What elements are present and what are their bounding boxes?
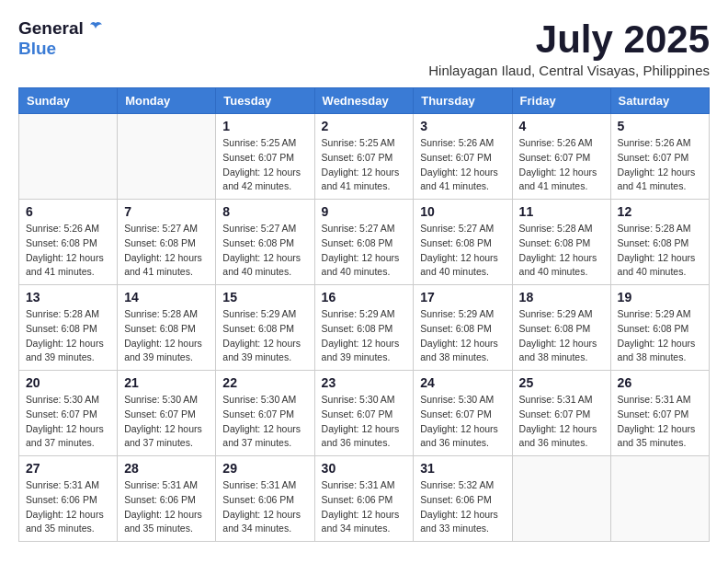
day-number: 1	[222, 119, 307, 133]
calendar-cell: 26Sunrise: 5:31 AM Sunset: 6:07 PM Dayli…	[610, 371, 709, 456]
day-number: 25	[519, 375, 604, 390]
day-detail: Sunrise: 5:25 AM Sunset: 6:07 PM Dayligh…	[322, 136, 407, 194]
day-number: 2	[322, 119, 407, 133]
day-number: 18	[519, 290, 604, 304]
logo-bird-icon	[87, 20, 104, 37]
calendar-week-row: 1Sunrise: 5:25 AM Sunset: 6:07 PM Daylig…	[19, 114, 710, 200]
day-number: 5	[618, 119, 702, 133]
day-detail: Sunrise: 5:26 AM Sunset: 6:08 PM Dayligh…	[26, 222, 110, 280]
day-number: 3	[420, 119, 505, 133]
calendar-cell: 18Sunrise: 5:29 AM Sunset: 6:08 PM Dayli…	[512, 285, 610, 371]
day-number: 11	[519, 204, 604, 219]
calendar-cell: 7Sunrise: 5:27 AM Sunset: 6:08 PM Daylig…	[118, 200, 216, 285]
weekday-header-row: SundayMondayTuesdayWednesdayThursdayFrid…	[19, 88, 710, 114]
weekday-header: Tuesday	[216, 88, 314, 114]
page-header: General Blue July 2025 Hinlayagan Ilaud,…	[18, 18, 710, 78]
day-number: 27	[26, 461, 110, 476]
day-detail: Sunrise: 5:29 AM Sunset: 6:08 PM Dayligh…	[618, 307, 702, 365]
day-number: 21	[124, 375, 209, 390]
calendar-cell: 25Sunrise: 5:31 AM Sunset: 6:07 PM Dayli…	[512, 371, 610, 456]
calendar-cell: 21Sunrise: 5:30 AM Sunset: 6:07 PM Dayli…	[118, 371, 216, 456]
day-detail: Sunrise: 5:32 AM Sunset: 6:06 PM Dayligh…	[420, 478, 505, 536]
day-number: 29	[222, 461, 307, 476]
calendar-cell: 10Sunrise: 5:27 AM Sunset: 6:08 PM Dayli…	[414, 200, 512, 285]
calendar-cell: 14Sunrise: 5:28 AM Sunset: 6:08 PM Dayli…	[118, 285, 216, 371]
calendar-cell	[610, 456, 709, 542]
day-number: 30	[322, 461, 407, 476]
day-number: 24	[420, 375, 505, 390]
day-detail: Sunrise: 5:30 AM Sunset: 6:07 PM Dayligh…	[26, 393, 110, 451]
calendar-cell: 24Sunrise: 5:30 AM Sunset: 6:07 PM Dayli…	[414, 371, 512, 456]
day-detail: Sunrise: 5:27 AM Sunset: 6:08 PM Dayligh…	[124, 222, 209, 280]
logo-general: General	[18, 18, 84, 39]
calendar-cell: 13Sunrise: 5:28 AM Sunset: 6:08 PM Dayli…	[19, 285, 118, 371]
calendar-cell: 11Sunrise: 5:28 AM Sunset: 6:08 PM Dayli…	[512, 200, 610, 285]
day-detail: Sunrise: 5:28 AM Sunset: 6:08 PM Dayligh…	[519, 222, 604, 280]
day-number: 12	[618, 204, 702, 219]
weekday-header: Wednesday	[314, 88, 414, 114]
weekday-header: Friday	[512, 88, 610, 114]
calendar-table: SundayMondayTuesdayWednesdayThursdayFrid…	[18, 87, 710, 542]
calendar-cell: 9Sunrise: 5:27 AM Sunset: 6:08 PM Daylig…	[314, 200, 414, 285]
day-number: 9	[322, 204, 407, 219]
calendar-cell: 29Sunrise: 5:31 AM Sunset: 6:06 PM Dayli…	[216, 456, 314, 542]
calendar-cell: 6Sunrise: 5:26 AM Sunset: 6:08 PM Daylig…	[19, 200, 118, 285]
weekday-header: Thursday	[414, 88, 512, 114]
weekday-header: Sunday	[19, 88, 118, 114]
logo: General Blue	[18, 18, 104, 59]
day-detail: Sunrise: 5:28 AM Sunset: 6:08 PM Dayligh…	[124, 307, 209, 365]
day-number: 22	[222, 375, 307, 390]
day-number: 31	[420, 461, 505, 476]
calendar-cell	[118, 114, 216, 200]
calendar-cell: 12Sunrise: 5:28 AM Sunset: 6:08 PM Dayli…	[610, 200, 709, 285]
day-detail: Sunrise: 5:30 AM Sunset: 6:07 PM Dayligh…	[322, 393, 407, 451]
calendar-cell	[512, 456, 610, 542]
calendar-cell: 15Sunrise: 5:29 AM Sunset: 6:08 PM Dayli…	[216, 285, 314, 371]
calendar-cell: 19Sunrise: 5:29 AM Sunset: 6:08 PM Dayli…	[610, 285, 709, 371]
day-detail: Sunrise: 5:30 AM Sunset: 6:07 PM Dayligh…	[222, 393, 307, 451]
weekday-header: Saturday	[610, 88, 709, 114]
day-detail: Sunrise: 5:31 AM Sunset: 6:06 PM Dayligh…	[222, 478, 307, 536]
day-detail: Sunrise: 5:31 AM Sunset: 6:07 PM Dayligh…	[618, 393, 702, 451]
day-detail: Sunrise: 5:26 AM Sunset: 6:07 PM Dayligh…	[618, 136, 702, 194]
calendar-cell: 30Sunrise: 5:31 AM Sunset: 6:06 PM Dayli…	[314, 456, 414, 542]
day-detail: Sunrise: 5:31 AM Sunset: 6:06 PM Dayligh…	[26, 478, 110, 536]
location-subtitle: Hinlayagan Ilaud, Central Visayas, Phili…	[428, 63, 710, 78]
day-detail: Sunrise: 5:27 AM Sunset: 6:08 PM Dayligh…	[222, 222, 307, 280]
calendar-week-row: 13Sunrise: 5:28 AM Sunset: 6:08 PM Dayli…	[19, 285, 710, 371]
day-number: 23	[322, 375, 407, 390]
calendar-cell: 23Sunrise: 5:30 AM Sunset: 6:07 PM Dayli…	[314, 371, 414, 456]
day-detail: Sunrise: 5:30 AM Sunset: 6:07 PM Dayligh…	[124, 393, 209, 451]
calendar-week-row: 6Sunrise: 5:26 AM Sunset: 6:08 PM Daylig…	[19, 200, 710, 285]
day-number: 17	[420, 290, 505, 304]
calendar-cell: 20Sunrise: 5:30 AM Sunset: 6:07 PM Dayli…	[19, 371, 118, 456]
calendar-cell: 3Sunrise: 5:26 AM Sunset: 6:07 PM Daylig…	[414, 114, 512, 200]
calendar-week-row: 20Sunrise: 5:30 AM Sunset: 6:07 PM Dayli…	[19, 371, 710, 456]
day-detail: Sunrise: 5:26 AM Sunset: 6:07 PM Dayligh…	[519, 136, 604, 194]
logo-blue: Blue	[18, 39, 56, 58]
day-detail: Sunrise: 5:28 AM Sunset: 6:08 PM Dayligh…	[618, 222, 702, 280]
calendar-cell	[19, 114, 118, 200]
calendar-cell: 5Sunrise: 5:26 AM Sunset: 6:07 PM Daylig…	[610, 114, 709, 200]
day-detail: Sunrise: 5:30 AM Sunset: 6:07 PM Dayligh…	[420, 393, 505, 451]
month-year-title: July 2025	[428, 18, 710, 61]
calendar-cell: 1Sunrise: 5:25 AM Sunset: 6:07 PM Daylig…	[216, 114, 314, 200]
day-number: 16	[322, 290, 407, 304]
day-number: 13	[26, 290, 110, 304]
title-area: July 2025 Hinlayagan Ilaud, Central Visa…	[428, 18, 710, 78]
day-number: 14	[124, 290, 209, 304]
day-number: 20	[26, 375, 110, 390]
calendar-cell: 2Sunrise: 5:25 AM Sunset: 6:07 PM Daylig…	[314, 114, 414, 200]
calendar-cell: 22Sunrise: 5:30 AM Sunset: 6:07 PM Dayli…	[216, 371, 314, 456]
day-detail: Sunrise: 5:27 AM Sunset: 6:08 PM Dayligh…	[322, 222, 407, 280]
day-detail: Sunrise: 5:31 AM Sunset: 6:06 PM Dayligh…	[124, 478, 209, 536]
day-detail: Sunrise: 5:29 AM Sunset: 6:08 PM Dayligh…	[519, 307, 604, 365]
day-detail: Sunrise: 5:31 AM Sunset: 6:07 PM Dayligh…	[519, 393, 604, 451]
calendar-cell: 31Sunrise: 5:32 AM Sunset: 6:06 PM Dayli…	[414, 456, 512, 542]
calendar-week-row: 27Sunrise: 5:31 AM Sunset: 6:06 PM Dayli…	[19, 456, 710, 542]
day-detail: Sunrise: 5:27 AM Sunset: 6:08 PM Dayligh…	[420, 222, 505, 280]
day-detail: Sunrise: 5:28 AM Sunset: 6:08 PM Dayligh…	[26, 307, 110, 365]
day-number: 26	[618, 375, 702, 390]
day-detail: Sunrise: 5:26 AM Sunset: 6:07 PM Dayligh…	[420, 136, 505, 194]
day-detail: Sunrise: 5:29 AM Sunset: 6:08 PM Dayligh…	[420, 307, 505, 365]
